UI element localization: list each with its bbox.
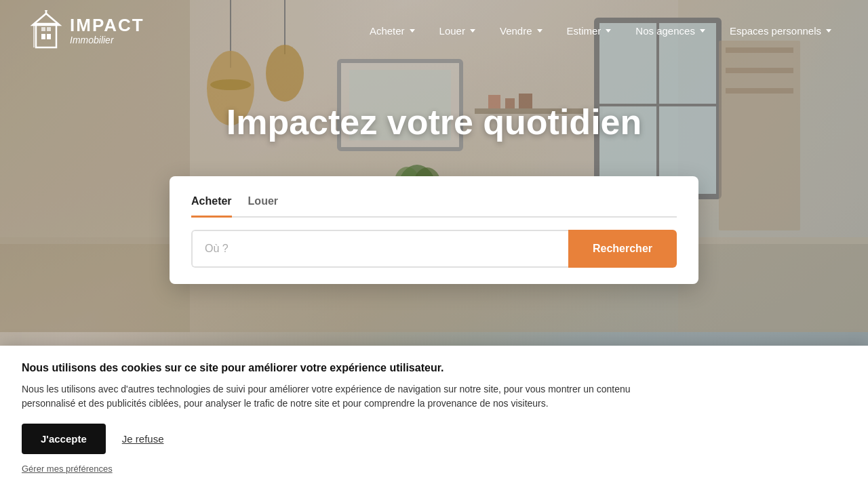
nav-item-acheter[interactable]: Acheter [360, 20, 425, 42]
search-row: Rechercher [191, 230, 677, 268]
logo-text: IMPACT Immobilier [70, 16, 144, 45]
svg-rect-32 [36, 24, 56, 47]
chevron-down-icon [826, 29, 831, 33]
logo-brand-name: IMPACT [70, 16, 144, 35]
search-tabs: Acheter Louer [191, 195, 677, 218]
cookie-actions: J'accepte Je refuse [22, 424, 846, 454]
hero-content: Impactez votre quotidien Acheter Louer R… [0, 61, 868, 284]
logo[interactable]: IMPACT Immobilier [27, 9, 144, 53]
cookie-description: Nous les utilisons avec d'autres technol… [22, 382, 673, 411]
accept-cookies-button[interactable]: J'accepte [22, 424, 106, 454]
svg-rect-37 [47, 27, 51, 31]
search-section: Acheter Louer Rechercher [170, 176, 698, 284]
cookie-title: Nous utilisons des cookies sur ce site p… [22, 362, 846, 374]
nav-item-vendre[interactable]: Vendre [490, 20, 552, 42]
nav-item-louer[interactable]: Louer [430, 20, 485, 42]
navbar: IMPACT Immobilier Acheter Louer Vendre E… [0, 0, 868, 61]
tab-acheter[interactable]: Acheter [191, 195, 232, 218]
svg-rect-34 [41, 34, 45, 39]
chevron-down-icon [700, 29, 705, 33]
chevron-down-icon [410, 29, 415, 33]
nav-links: Acheter Louer Vendre Estimer Nos agences… [360, 20, 841, 42]
nav-item-espaces[interactable]: Espaces personnels [720, 20, 841, 42]
nav-item-agences[interactable]: Nos agences [626, 20, 715, 42]
hero-title: Impactez votre quotidien [226, 102, 642, 142]
cookie-banner: Nous utilisons des cookies sur ce site p… [0, 346, 868, 488]
logo-icon [29, 10, 63, 51]
search-input-wrap [191, 230, 568, 268]
refuse-cookies-button[interactable]: Je refuse [122, 433, 164, 445]
svg-rect-35 [47, 34, 51, 39]
svg-rect-36 [41, 27, 45, 31]
logo-brand-subtitle: Immobilier [70, 35, 144, 45]
manage-preferences-link[interactable]: Gérer mes préférences [22, 464, 113, 474]
nav-item-estimer[interactable]: Estimer [557, 20, 621, 42]
search-button[interactable]: Rechercher [568, 230, 677, 268]
chevron-down-icon [470, 29, 475, 33]
chevron-down-icon [537, 29, 542, 33]
tab-louer[interactable]: Louer [248, 195, 278, 218]
chevron-down-icon [606, 29, 611, 33]
svg-point-39 [45, 10, 47, 12]
search-input[interactable] [193, 231, 568, 266]
